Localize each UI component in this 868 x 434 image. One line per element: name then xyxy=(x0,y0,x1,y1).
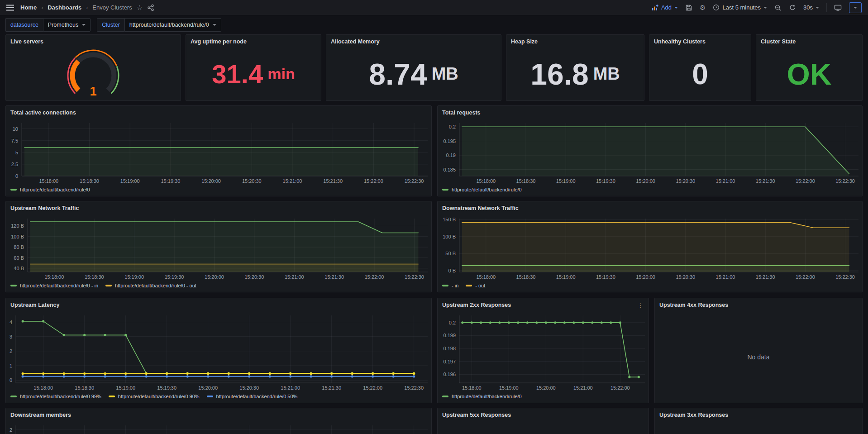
chevron-down-icon xyxy=(674,7,678,9)
panel-upstream-4xx-responses: Upstream 4xx Responses No data xyxy=(654,298,863,403)
panel-title[interactable]: Total requests xyxy=(442,110,481,116)
legend-item[interactable]: httproute/default/backend/rule/0 50% xyxy=(207,394,298,399)
panel-menu-icon[interactable]: ⋮ xyxy=(637,301,644,309)
panel-title[interactable]: Downstream members xyxy=(10,412,71,418)
svg-text:120 B: 120 B xyxy=(11,223,24,229)
panel-title[interactable]: Cluster State xyxy=(761,38,796,45)
breadcrumb-home[interactable]: Home xyxy=(20,4,37,11)
share-icon[interactable] xyxy=(147,4,154,11)
panel-total-requests: Total requests 15:18:0015:18:3015:19:001… xyxy=(437,105,863,196)
cycle-view-mode-button[interactable] xyxy=(849,2,862,13)
panel-title[interactable]: Upstream 2xx Responses xyxy=(442,302,511,308)
svg-text:15:22:00: 15:22:00 xyxy=(363,385,382,391)
chart-legend: httproute/default/backend/rule/0 xyxy=(438,185,862,196)
variable-value-dropdown[interactable]: Prometheus xyxy=(43,18,91,32)
svg-text:15:19:00: 15:19:00 xyxy=(556,274,576,280)
svg-text:100 B: 100 B xyxy=(11,234,24,239)
svg-text:7.5: 7.5 xyxy=(11,138,18,143)
dashboard-settings-icon[interactable]: ⚙ xyxy=(700,4,706,11)
breadcrumb-separator: › xyxy=(41,5,43,11)
svg-text:0.185: 0.185 xyxy=(443,167,456,172)
panel-title[interactable]: Unhealthy Clusters xyxy=(654,38,706,45)
chart-canvas[interactable]: 15:18:0015:18:3015:19:0015:19:3015:20:00… xyxy=(6,421,431,434)
panel-live-servers: Live servers 1 xyxy=(5,34,181,101)
panel-title[interactable]: Heap Size xyxy=(511,38,538,45)
breadcrumb-dashboards[interactable]: Dashboards xyxy=(48,4,81,11)
tv-mode-icon[interactable] xyxy=(834,4,842,11)
chart-canvas[interactable] xyxy=(655,421,862,434)
panel-title[interactable]: Downstream Network Traffic xyxy=(442,205,519,211)
legend-item[interactable]: httproute/default/backend/rule/0 xyxy=(442,394,522,399)
panel-total-active-connections: Total active connections 15:18:0015:18:3… xyxy=(5,105,432,196)
legend-item[interactable]: httproute/default/backend/rule/0 - in xyxy=(10,283,98,288)
chart-canvas[interactable]: 15:18:0015:18:3015:19:0015:19:3015:20:00… xyxy=(6,119,431,185)
variable-value-text: httproute/default/backend/rule/0 xyxy=(129,22,209,28)
panel-title[interactable]: Upstream 5xx Responses xyxy=(442,412,511,418)
chart-canvas[interactable]: 15:18:0015:18:3015:19:0015:19:3015:20:00… xyxy=(438,214,862,281)
svg-text:15:19:30: 15:19:30 xyxy=(165,274,184,280)
panel-title[interactable]: Avg uptime per node xyxy=(191,38,247,45)
svg-text:15:22:30: 15:22:30 xyxy=(835,274,855,280)
zoom-out-icon[interactable] xyxy=(774,4,782,11)
refresh-interval-picker[interactable]: 30s xyxy=(803,4,819,11)
add-panel-button[interactable]: Add xyxy=(651,4,678,11)
chart-canvas[interactable]: 15:18:0015:18:3015:19:0015:19:3015:20:00… xyxy=(6,311,431,392)
svg-text:15:19:30: 15:19:30 xyxy=(157,385,176,391)
no-data-text: No data xyxy=(747,353,769,361)
variable-label[interactable]: Cluster xyxy=(97,18,124,32)
breadcrumb-separator: › xyxy=(86,5,88,11)
menu-icon[interactable] xyxy=(6,5,14,11)
star-icon[interactable]: ☆ xyxy=(137,4,143,11)
panel-upstream-2xx-responses: Upstream 2xx Responses ⋮ 15:18:0015:19:0… xyxy=(437,298,649,403)
svg-text:0.2: 0.2 xyxy=(449,320,456,325)
breadcrumb-current: Envoy Clusters xyxy=(92,4,132,11)
svg-text:50 B: 50 B xyxy=(445,251,456,256)
panel-upstream-3xx-responses: Upstream 3xx Responses xyxy=(654,408,863,434)
chart-canvas[interactable]: 15:18:0015:19:0015:20:0015:21:0015:22:00… xyxy=(438,311,649,392)
svg-text:15:20:00: 15:20:00 xyxy=(201,178,221,184)
panel-heap-size: Heap Size 16.8 MB xyxy=(506,34,644,101)
panel-downstream-members: Downstream members 15:18:0015:18:3015:19… xyxy=(5,408,432,434)
chart-legend: httproute/default/backend/rule/0 xyxy=(438,392,649,403)
time-range-picker[interactable]: Last 5 minutes xyxy=(713,4,767,11)
chart-legend: httproute/default/backend/rule/0 99%http… xyxy=(6,392,431,403)
svg-text:150 B: 150 B xyxy=(443,217,456,222)
panel-title[interactable]: Total active connections xyxy=(10,110,76,116)
legend-item[interactable]: httproute/default/backend/rule/0 xyxy=(442,187,522,192)
panel-title[interactable]: Upstream 4xx Responses xyxy=(659,302,728,308)
svg-text:0 B: 0 B xyxy=(448,268,456,273)
panel-title[interactable]: Upstream Network Traffic xyxy=(10,205,79,211)
svg-text:2.5: 2.5 xyxy=(11,162,18,167)
svg-text:1: 1 xyxy=(10,363,12,368)
svg-text:15:22:00: 15:22:00 xyxy=(365,274,384,280)
svg-text:15:20:30: 15:20:30 xyxy=(676,274,695,280)
chart-canvas[interactable] xyxy=(438,421,649,434)
svg-text:15:18:00: 15:18:00 xyxy=(33,385,53,391)
variable-value-dropdown[interactable]: httproute/default/backend/rule/0 xyxy=(124,18,221,32)
save-dashboard-icon[interactable] xyxy=(685,4,692,11)
legend-item[interactable]: httproute/default/backend/rule/0 xyxy=(10,187,90,192)
legend-item[interactable]: - out xyxy=(466,283,485,288)
svg-text:15:19:30: 15:19:30 xyxy=(161,178,180,184)
panel-unhealthy-clusters: Unhealthy Clusters 0 xyxy=(649,34,751,101)
top-nav: Home › Dashboards › Envoy Clusters ☆ Add xyxy=(0,0,868,15)
legend-item[interactable]: httproute/default/backend/rule/0 - out xyxy=(105,283,196,288)
panel-title[interactable]: Upstream 3xx Responses xyxy=(659,412,728,418)
svg-text:15:19:00: 15:19:00 xyxy=(116,385,135,391)
legend-item[interactable]: - in xyxy=(442,283,458,288)
refresh-icon[interactable] xyxy=(789,4,796,11)
legend-item[interactable]: httproute/default/backend/rule/0 99% xyxy=(10,394,101,399)
chart-canvas[interactable]: 15:18:0015:18:3015:19:0015:19:3015:20:00… xyxy=(6,214,431,281)
variable-label[interactable]: datasource xyxy=(5,18,43,32)
svg-text:15:19:30: 15:19:30 xyxy=(596,274,615,280)
svg-text:15:21:00: 15:21:00 xyxy=(281,385,300,391)
dashboard-variables-bar: datasource Prometheus Cluster httproute/… xyxy=(0,15,868,34)
svg-text:4: 4 xyxy=(10,320,12,325)
chart-canvas[interactable]: 15:18:0015:18:3015:19:0015:19:3015:20:00… xyxy=(438,119,862,185)
panel-title[interactable]: Live servers xyxy=(10,38,43,45)
panel-title[interactable]: Upstream Latency xyxy=(10,302,59,308)
panel-title[interactable]: Allocated Memory xyxy=(331,38,380,45)
svg-text:15:22:30: 15:22:30 xyxy=(405,178,424,184)
legend-item[interactable]: httproute/default/backend/rule/0 90% xyxy=(109,394,200,399)
stat-unit: MB xyxy=(593,64,620,84)
